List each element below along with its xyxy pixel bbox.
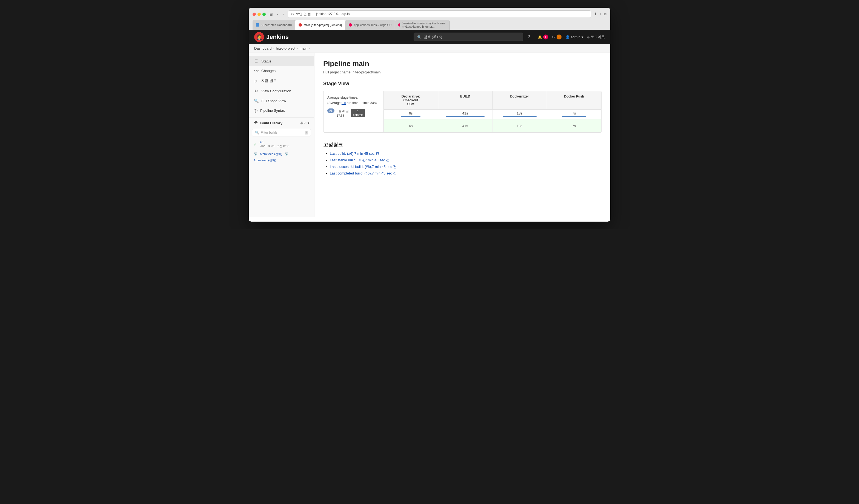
- sidebar-label-pipeline-syntax: Pipeline Syntax: [260, 108, 285, 112]
- sidebar-label-build-now: 지금 빌드: [261, 78, 277, 83]
- sidebar-item-changes[interactable]: </> Changes: [249, 66, 314, 76]
- sidebar: ☰ Status </> Changes ▷ 지금 빌드 ⚙ View Conf…: [249, 53, 314, 217]
- config-icon: ⚙: [254, 89, 259, 93]
- jenkins-header: 🤵 Jenkins 🔍 검색 (⌘+K) ? 🔔 1 🛡 1 👤: [249, 30, 610, 44]
- permalink-item-2: Last stable build, (#6),7 min 45 sec 전: [330, 158, 602, 163]
- build-badge: #6: [327, 108, 334, 113]
- commit-button[interactable]: 1 commit: [351, 109, 365, 117]
- tab-favicon: [256, 23, 259, 27]
- pipeline-syntax-icon: ?: [254, 109, 257, 112]
- build-number-link[interactable]: #6: [260, 140, 263, 144]
- stage-times-row: 6s 41s 13s: [384, 110, 601, 119]
- new-tab-icon[interactable]: +: [599, 12, 602, 16]
- stage-data-docker-push[interactable]: 7s: [547, 119, 602, 132]
- build-icon: ▷: [254, 79, 259, 83]
- sidebar-label-full-stage: Full Stage View: [261, 99, 286, 103]
- build-search[interactable]: 🔍 Filter builds... /: [252, 129, 311, 136]
- user-menu[interactable]: 👤 admin ▾: [566, 35, 584, 39]
- permalink-link-4[interactable]: Last completed build, (#6),7 min 45 sec …: [330, 171, 397, 175]
- breadcrumb-dashboard[interactable]: Dashboard: [254, 46, 272, 50]
- maximize-button[interactable]: [262, 13, 266, 16]
- alert-badge: 1: [543, 34, 548, 40]
- atom-feed-fail[interactable]: Atom feed (실패): [254, 158, 276, 163]
- stage-data-row: 6s 41s 13s 7s: [384, 119, 601, 132]
- stage-data-declarative[interactable]: 6s: [384, 119, 438, 132]
- stage-time-build: 41s: [438, 110, 493, 119]
- sidebar-item-pipeline-syntax[interactable]: ? Pipeline Syntax: [249, 106, 314, 115]
- share-icon[interactable]: ⬆: [594, 12, 597, 16]
- tab-argo[interactable]: Applications Tiles – Argo CD: [345, 20, 395, 30]
- atom-icon-2: 📡: [285, 152, 288, 156]
- commit-label: commit: [353, 113, 363, 117]
- back-button[interactable]: ‹: [276, 12, 280, 17]
- build-entry-date: 8월 31일: [337, 109, 348, 113]
- stage-data-build[interactable]: 41s: [438, 119, 493, 132]
- page-title: Pipeline main: [323, 59, 602, 68]
- sidebar-label-view-config: View Configuration: [261, 89, 291, 93]
- build-info: 8월 31일 17:58: [337, 109, 348, 118]
- chevron-down-icon: ▾: [307, 121, 309, 125]
- permalink-link-2[interactable]: Last stable build, (#6),7 min 45 sec 전: [330, 158, 390, 162]
- forward-button[interactable]: ›: [282, 12, 285, 17]
- status-icon: ☰: [254, 59, 259, 63]
- sidebar-toggle-icon[interactable]: ⊞: [269, 12, 274, 17]
- stage-header-row: Declarative:CheckoutSCM BUILD Dockernize…: [384, 91, 601, 110]
- window-icon[interactable]: ⧉: [604, 12, 606, 16]
- browser-chrome: ⊞ ‹ › 🛡 보안 안 됨 — jenkins.127.0.0.1.nip.i…: [249, 8, 610, 30]
- filter-placeholder: Filter builds...: [261, 131, 280, 135]
- tab-jenkins[interactable]: main [hitec-project] [Jenkins]: [295, 20, 345, 30]
- build-entry-time: 17:58: [337, 113, 348, 118]
- commit-number: 1: [357, 110, 359, 113]
- atom-links: 📡 Atom feed (전체) 📡 Atom feed (실패): [249, 150, 314, 164]
- progress-bar-4: [562, 116, 586, 117]
- jenkins-app: 🤵 Jenkins 🔍 검색 (⌘+K) ? 🔔 1 🛡 1 👤: [249, 30, 610, 222]
- build-history-action[interactable]: 추이 ▾: [300, 121, 309, 125]
- permalink-link-3[interactable]: Last successful build, (#6),7 min 45 sec…: [330, 165, 397, 169]
- stage-view-container: Average stage times: (Average full run t…: [323, 91, 602, 133]
- full-link[interactable]: full: [342, 101, 346, 105]
- sidebar-label-changes: Changes: [261, 69, 275, 73]
- help-icon[interactable]: ?: [528, 34, 530, 40]
- address-bar[interactable]: 🛡 보안 안 됨 — jenkins.127.0.0.1.nip.io: [288, 11, 591, 18]
- security-alerts[interactable]: 🛡 1: [552, 34, 561, 40]
- user-name: admin: [571, 35, 581, 39]
- atom-feed-all[interactable]: Atom feed (전체): [260, 152, 282, 156]
- close-button[interactable]: [253, 13, 256, 16]
- browser-tabs: Kubernetes Dashboard main [hitec-project…: [253, 20, 606, 30]
- stage-time-value-3: 13s: [495, 111, 544, 115]
- sidebar-item-status[interactable]: ☰ Status: [249, 56, 314, 66]
- progress-bar-2: [446, 116, 485, 117]
- atom-icon: 📡: [254, 152, 257, 156]
- tab-kubernetes[interactable]: Kubernetes Dashboard: [253, 20, 295, 30]
- permalink-item-3: Last successful build, (#6),7 min 45 sec…: [330, 164, 602, 169]
- tab-favicon: [349, 23, 352, 27]
- build-date: 2023. 8. 31. 오전 8:58: [260, 144, 289, 148]
- shield-icon: 🛡: [552, 35, 556, 39]
- jenkins-search[interactable]: 🔍 검색 (⌘+K): [413, 33, 523, 41]
- permalink-item-4: Last completed build, (#6),7 min 45 sec …: [330, 171, 602, 176]
- build-history-section: 🌩 Build History 추이 ▾: [249, 118, 314, 127]
- logout-button[interactable]: ⎋ 로그아웃: [587, 34, 605, 40]
- address-bar-actions: ⬆ + ⧉: [594, 12, 606, 16]
- breadcrumb-project[interactable]: hitec-project: [276, 46, 295, 50]
- jenkins-logo-text: Jenkins: [266, 33, 289, 41]
- header-actions: 🔔 1 🛡 1 👤 admin ▾ ⎋ 로그아웃: [538, 34, 605, 40]
- stage-data-dockernizer[interactable]: 13s: [493, 119, 547, 132]
- main-content: Pipeline main Full project name: hitec-p…: [314, 53, 610, 217]
- progress-bar-3: [503, 116, 537, 117]
- minimize-button[interactable]: [257, 13, 261, 16]
- full-stage-icon: 🔍: [254, 98, 259, 103]
- sidebar-item-full-stage[interactable]: 🔍 Full Stage View: [249, 96, 314, 106]
- security-badge: 1: [557, 34, 561, 40]
- jenkins-logo-icon: 🤵: [254, 32, 264, 42]
- permalink-link-1[interactable]: Last build, (#6),7 min 45 sec 전: [330, 152, 379, 156]
- tab-label: Applications Tiles – Argo CD: [353, 23, 392, 27]
- jenkins-logo[interactable]: 🤵 Jenkins: [254, 32, 289, 42]
- tab-jenkinsfile[interactable]: Jenkinsfile · main · myFirstName myLastN…: [395, 20, 450, 30]
- permalink-list: Last build, (#6),7 min 45 sec 전 Last sta…: [323, 151, 602, 176]
- sidebar-item-build-now[interactable]: ▷ 지금 빌드: [249, 76, 314, 86]
- breadcrumb-main[interactable]: main: [300, 46, 307, 50]
- notification-bell[interactable]: 🔔 1: [538, 34, 548, 40]
- sidebar-item-view-config[interactable]: ⚙ View Configuration: [249, 86, 314, 96]
- browser-window: ⊞ ‹ › 🛡 보안 안 됨 — jenkins.127.0.0.1.nip.i…: [249, 8, 610, 222]
